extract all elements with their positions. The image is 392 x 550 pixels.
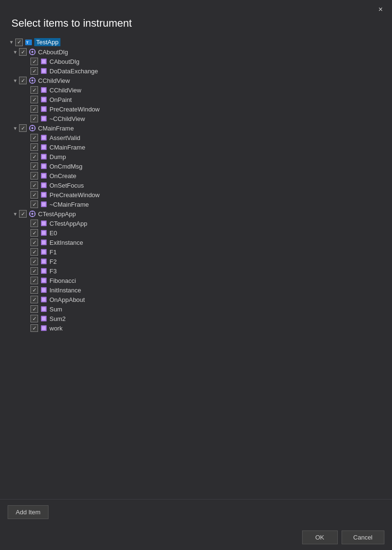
class-item-3[interactable]: ▼ CTestAppApp — [8, 209, 392, 219]
checkbox-method-1-2[interactable] — [30, 105, 38, 113]
expand-arrow-2[interactable]: ▼ — [11, 126, 19, 131]
checkbox-method-2-1[interactable] — [30, 143, 38, 151]
method-label-3-6[interactable]: Fibonacci — [49, 277, 76, 284]
method-item-3-7[interactable]: ▶ InitInstance — [8, 285, 392, 295]
method-label-2-5[interactable]: OnSetFocus — [49, 182, 84, 189]
expand-arrow-0[interactable]: ▼ — [11, 50, 19, 55]
class-label-1[interactable]: CChildView — [38, 77, 70, 84]
checkbox-method-0-1[interactable] — [30, 67, 38, 75]
method-item-3-10[interactable]: ▶ Sum2 — [8, 314, 392, 323]
class-item-0[interactable]: ▼ CAboutDlg — [8, 47, 392, 57]
method-label-1-1[interactable]: OnPaint — [49, 96, 72, 103]
method-label-2-3[interactable]: OnCmdMsg — [49, 163, 82, 170]
method-label-2-1[interactable]: CMainFrame — [49, 144, 85, 151]
method-label-3-5[interactable]: F3 — [49, 268, 57, 275]
tree-scroll[interactable]: ▼ T TestApp ▼ CAboutDlg ▶ — [0, 37, 392, 499]
class-label-3[interactable]: CTestAppApp — [38, 210, 76, 218]
checkbox-method-2-5[interactable] — [30, 181, 38, 189]
method-label-2-6[interactable]: PreCreateWindow — [49, 191, 100, 199]
method-label-3-0[interactable]: CTestAppApp — [49, 220, 88, 227]
checkbox-method-2-2[interactable] — [30, 153, 38, 160]
method-label-2-0[interactable]: AssertValid — [49, 134, 80, 141]
root-label[interactable]: TestApp — [34, 38, 60, 46]
method-item-2-4[interactable]: ▶ OnCreate — [8, 171, 392, 180]
method-label-1-2[interactable]: PreCreateWindow — [49, 106, 100, 113]
class-label-0[interactable]: CAboutDlg — [38, 49, 68, 56]
checkbox-root[interactable] — [15, 39, 23, 46]
method-label-3-9[interactable]: Sum — [49, 306, 62, 313]
method-item-3-6[interactable]: ▶ Fibonacci — [8, 276, 392, 285]
ok-button[interactable]: OK — [302, 530, 338, 544]
method-item-1-2[interactable]: ▶ PreCreateWindow — [8, 104, 392, 114]
method-item-3-8[interactable]: ▶ OnAppAbout — [8, 295, 392, 304]
checkbox-method-1-1[interactable] — [30, 96, 38, 103]
method-item-2-3[interactable]: ▶ OnCmdMsg — [8, 161, 392, 171]
method-item-3-5[interactable]: ▶ F3 — [8, 266, 392, 276]
checkbox-class-0[interactable] — [19, 48, 27, 56]
method-item-2-1[interactable]: ▶ CMainFrame — [8, 142, 392, 152]
method-label-3-10[interactable]: Sum2 — [49, 315, 66, 322]
method-item-2-2[interactable]: ▶ Dump — [8, 152, 392, 161]
method-item-2-0[interactable]: ▶ AssertValid — [8, 133, 392, 142]
checkbox-method-1-3[interactable] — [30, 115, 38, 122]
checkbox-method-3-0[interactable] — [30, 220, 38, 227]
method-label-3-7[interactable]: InitInstance — [49, 287, 81, 294]
checkbox-method-3-2[interactable] — [30, 239, 38, 246]
method-label-1-3[interactable]: ~CChildView — [49, 115, 85, 122]
method-item-2-5[interactable]: ▶ OnSetFocus — [8, 180, 392, 190]
expand-arrow-1[interactable]: ▼ — [11, 78, 19, 83]
method-item-3-3[interactable]: ▶ F1 — [8, 247, 392, 257]
method-label-2-7[interactable]: ~CMainFrame — [49, 201, 89, 208]
expand-arrow-3[interactable]: ▼ — [11, 211, 19, 217]
method-item-3-4[interactable]: ▶ F2 — [8, 257, 392, 266]
class-label-2[interactable]: CMainFrame — [38, 125, 74, 132]
cancel-button[interactable]: Cancel — [342, 530, 384, 544]
checkbox-method-1-0[interactable] — [30, 86, 38, 94]
method-item-2-6[interactable]: ▶ PreCreateWindow — [8, 190, 392, 200]
checkbox-method-3-9[interactable] — [30, 305, 38, 313]
checkbox-method-2-6[interactable] — [30, 191, 38, 199]
checkbox-method-3-11[interactable] — [30, 324, 38, 332]
checkbox-method-3-5[interactable] — [30, 267, 38, 275]
checkbox-method-0-0[interactable] — [30, 58, 38, 65]
method-label-3-2[interactable]: ExitInstance — [49, 239, 83, 246]
close-button[interactable]: × — [375, 4, 386, 15]
method-label-0-1[interactable]: DoDataExchange — [49, 68, 98, 75]
method-item-3-9[interactable]: ▶ Sum — [8, 304, 392, 314]
checkbox-method-2-4[interactable] — [30, 172, 38, 180]
method-label-3-3[interactable]: F1 — [49, 249, 57, 256]
method-item-3-1[interactable]: ▶ E0 — [8, 228, 392, 238]
method-label-3-4[interactable]: F2 — [49, 258, 57, 265]
checkbox-method-3-1[interactable] — [30, 229, 38, 237]
method-label-1-0[interactable]: CChildView — [49, 87, 81, 94]
method-label-3-11[interactable]: work — [49, 325, 62, 332]
method-item-1-3[interactable]: ▶ ~CChildView — [8, 114, 392, 123]
add-item-button[interactable]: Add Item — [8, 505, 49, 519]
class-item-1[interactable]: ▼ CChildView — [8, 76, 392, 85]
checkbox-method-2-3[interactable] — [30, 162, 38, 170]
checkbox-method-3-7[interactable] — [30, 286, 38, 294]
method-label-3-1[interactable]: E0 — [49, 230, 57, 237]
method-label-2-4[interactable]: OnCreate — [49, 172, 76, 180]
checkbox-method-3-8[interactable] — [30, 296, 38, 303]
checkbox-method-2-0[interactable] — [30, 134, 38, 141]
method-label-2-2[interactable]: Dump — [49, 153, 66, 160]
checkbox-class-3[interactable] — [19, 210, 27, 218]
class-item-2[interactable]: ▼ CMainFrame — [8, 123, 392, 133]
checkbox-method-3-4[interactable] — [30, 258, 38, 265]
expand-arrow-root[interactable]: ▼ — [8, 40, 15, 45]
checkbox-method-2-7[interactable] — [30, 200, 38, 208]
method-item-3-2[interactable]: ▶ ExitInstance — [8, 238, 392, 247]
method-item-1-1[interactable]: ▶ OnPaint — [8, 95, 392, 104]
checkbox-method-3-3[interactable] — [30, 248, 38, 256]
method-item-1-0[interactable]: ▶ CChildView — [8, 85, 392, 95]
method-label-3-8[interactable]: OnAppAbout — [49, 296, 85, 303]
method-item-0-1[interactable]: ▶ DoDataExchange — [8, 66, 392, 76]
checkbox-method-3-10[interactable] — [30, 315, 38, 322]
method-item-2-7[interactable]: ▶ ~CMainFrame — [8, 200, 392, 209]
method-label-0-0[interactable]: CAboutDlg — [49, 58, 79, 65]
tree-root-item[interactable]: ▼ T TestApp — [8, 37, 392, 47]
method-item-3-0[interactable]: ▶ CTestAppApp — [8, 219, 392, 228]
checkbox-class-1[interactable] — [19, 77, 27, 84]
checkbox-class-2[interactable] — [19, 124, 27, 132]
